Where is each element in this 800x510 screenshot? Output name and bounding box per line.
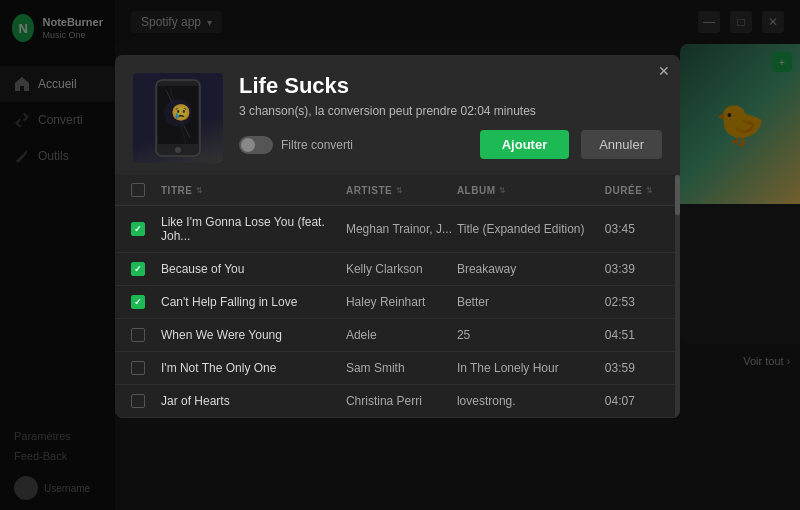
row-artist: Haley Reinhart (346, 295, 425, 309)
table-header: TITRE ⇅ ARTISTE ⇅ ALBUM ⇅ DURÉE ⇅ (115, 175, 680, 206)
row-duration: 04:07 (605, 394, 635, 408)
row-artist: Kelly Clarkson (346, 262, 423, 276)
row-title: Jar of Hearts (161, 394, 230, 408)
modal-album-title: Life Sucks (239, 73, 662, 99)
cancel-button[interactable]: Annuler (581, 130, 662, 159)
table-rows-container: Like I'm Gonna Lose You (feat. Joh... Me… (115, 206, 680, 418)
col-titre: TITRE ⇅ (161, 185, 346, 196)
artiste-sort-icon: ⇅ (396, 186, 403, 195)
row-album: Title (Expanded Edition) (457, 222, 585, 236)
select-all-col (131, 183, 161, 197)
table-row[interactable]: Can't Help Falling in Love Haley Reinhar… (115, 286, 680, 319)
row-duration: 03:39 (605, 262, 635, 276)
duree-sort-icon: ⇅ (646, 186, 653, 195)
modal-controls: Filtre converti Ajouter Annuler (239, 130, 662, 159)
row-checkbox[interactable] (131, 222, 145, 236)
col-duree: DURÉE ⇅ (605, 185, 664, 196)
svg-point-2 (175, 147, 181, 153)
row-duration: 03:59 (605, 361, 635, 375)
row-duration: 02:53 (605, 295, 635, 309)
row-duration: 04:51 (605, 328, 635, 342)
scrollbar-track[interactable] (675, 175, 680, 418)
table-row[interactable]: Jar of Hearts Christina Perri lovestrong… (115, 385, 680, 418)
scrollbar-thumb[interactable] (675, 175, 680, 215)
filter-toggle-label: Filtre converti (281, 138, 353, 152)
row-title: I'm Not The Only One (161, 361, 276, 375)
modal-close-button[interactable]: ✕ (658, 63, 670, 79)
filter-toggle[interactable] (239, 136, 273, 154)
row-title: Like I'm Gonna Lose You (feat. Joh... (161, 215, 346, 243)
modal-dialog: ✕ 😢 Life Sucks 3 chanson( (115, 55, 680, 418)
row-album: Better (457, 295, 489, 309)
modal-header: 😢 Life Sucks 3 chanson(s), la conversion… (115, 55, 680, 175)
row-checkbox[interactable] (131, 295, 145, 309)
row-artist: Meghan Trainor, J... (346, 222, 452, 236)
filter-toggle-row: Filtre converti (239, 136, 353, 154)
row-artist: Adele (346, 328, 377, 342)
col-album: ALBUM ⇅ (457, 185, 605, 196)
row-album: Breakaway (457, 262, 516, 276)
col-artiste: ARTISTE ⇅ (346, 185, 457, 196)
row-album: In The Lonely Hour (457, 361, 559, 375)
titre-sort-icon: ⇅ (196, 186, 203, 195)
modal-table: TITRE ⇅ ARTISTE ⇅ ALBUM ⇅ DURÉE ⇅ Like I… (115, 175, 680, 418)
album-art-image: 😢 (148, 78, 208, 158)
album-art: 😢 (133, 73, 223, 163)
row-checkbox[interactable] (131, 361, 145, 375)
modal-subtitle: 3 chanson(s), la conversion peut prendre… (239, 104, 662, 118)
modal-info: Life Sucks 3 chanson(s), la conversion p… (239, 73, 662, 159)
row-title: Can't Help Falling in Love (161, 295, 297, 309)
row-artist: Sam Smith (346, 361, 405, 375)
album-sort-icon: ⇅ (499, 186, 506, 195)
row-artist: Christina Perri (346, 394, 422, 408)
table-row[interactable]: Like I'm Gonna Lose You (feat. Joh... Me… (115, 206, 680, 253)
toggle-knob (241, 138, 255, 152)
table-row[interactable]: I'm Not The Only One Sam Smith In The Lo… (115, 352, 680, 385)
row-album: 25 (457, 328, 470, 342)
svg-text:😢: 😢 (171, 103, 191, 122)
row-checkbox[interactable] (131, 328, 145, 342)
row-checkbox[interactable] (131, 394, 145, 408)
select-all-checkbox[interactable] (131, 183, 145, 197)
row-duration: 03:45 (605, 222, 635, 236)
row-checkbox[interactable] (131, 262, 145, 276)
table-row[interactable]: When We Were Young Adele 25 04:51 (115, 319, 680, 352)
table-row[interactable]: Because of You Kelly Clarkson Breakaway … (115, 253, 680, 286)
row-title: When We Were Young (161, 328, 282, 342)
add-button[interactable]: Ajouter (480, 130, 570, 159)
row-title: Because of You (161, 262, 244, 276)
row-album: lovestrong. (457, 394, 516, 408)
